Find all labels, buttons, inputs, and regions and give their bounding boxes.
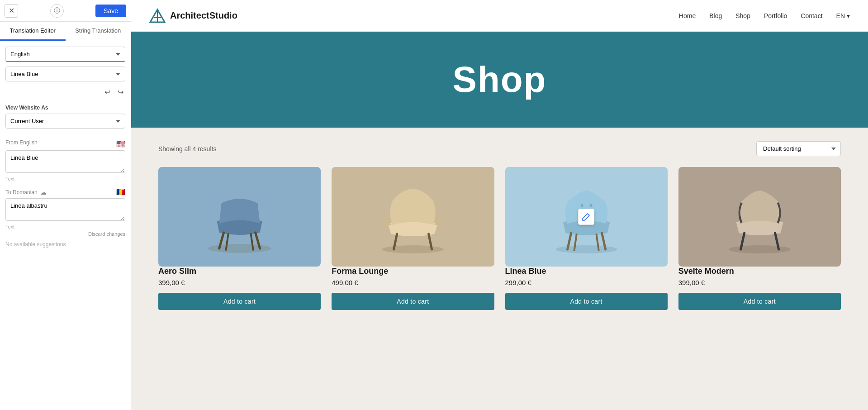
logo-icon	[149, 8, 166, 24]
nav-portfolio[interactable]: Portfolio	[764, 12, 787, 19]
sorting-select[interactable]: Default sorting Sort by price: low to hi…	[756, 141, 841, 156]
svg-point-3	[208, 244, 271, 253]
lang-label: EN	[836, 12, 845, 19]
product-name-linea-blue: Linea Blue	[505, 267, 546, 276]
save-button[interactable]: Save	[95, 5, 126, 17]
from-label: From English	[5, 139, 38, 146]
close-button[interactable]: ✕	[5, 4, 18, 18]
site-header: ArchitectStudio Home Blog Shop Portfolio…	[131, 0, 868, 32]
to-section: To Romanian ☁ 🇷🇴 Linea albastru Text Dis…	[5, 188, 125, 237]
product-name-wrapper-linea-blue: Linea Blue	[505, 267, 668, 279]
sidebar-content: English Romanian Linea Blue Default ↩ ↪ …	[0, 41, 131, 410]
from-textarea[interactable]: Linea Blue	[5, 150, 125, 173]
product-card-linea-blue: Linea Blue 299,00 € Add to cart	[505, 167, 668, 310]
svg-point-19	[729, 245, 790, 253]
add-to-cart-forma-lounge[interactable]: Add to cart	[332, 293, 494, 310]
view-website-section: View Website As Current User Guest	[5, 105, 125, 133]
product-card-aero-slim: Aero Slim 399,00 € Add to cart	[158, 167, 321, 310]
sidebar-tabs: Translation Editor String Translation	[0, 22, 131, 41]
from-section: From English 🇺🇸 Linea Blue Text	[5, 139, 125, 181]
product-price-aero-slim: 399,00 €	[158, 279, 321, 286]
product-name-aero-slim: Aero Slim	[158, 267, 321, 276]
product-price-forma-lounge: 499,00 €	[332, 279, 494, 286]
discard-row: Discard changes	[5, 231, 125, 237]
to-flag-icon: 🇷🇴	[116, 188, 125, 196]
discard-button[interactable]: Discard changes	[88, 231, 125, 237]
shop-hero: Shop	[131, 32, 868, 128]
shop-title: Shop	[140, 59, 859, 100]
nav-home[interactable]: Home	[679, 12, 696, 19]
svg-point-8	[382, 245, 444, 253]
chevron-down-icon: ▾	[847, 12, 850, 19]
product-name-svelte-modern: Svelte Modern	[678, 267, 841, 276]
add-to-cart-svelte-modern[interactable]: Add to cart	[678, 293, 841, 310]
svg-point-13	[589, 204, 592, 207]
info-button[interactable]: ⓘ	[50, 4, 64, 18]
product-price-svelte-modern: 399,00 €	[678, 279, 841, 286]
theme-select[interactable]: Linea Blue Default	[5, 67, 125, 81]
to-field-type: Text	[5, 224, 125, 229]
product-card-forma-lounge: Forma Lounge 499,00 € Add to cart	[332, 167, 494, 310]
from-field-type: Text	[5, 176, 125, 181]
main-content: ArchitectStudio Home Blog Shop Portfolio…	[131, 0, 868, 410]
view-website-label: View Website As	[5, 105, 125, 111]
shop-toolbar: Showing all 4 results Default sorting So…	[158, 141, 841, 156]
view-as-select[interactable]: Current User Guest	[5, 114, 125, 129]
nav-shop[interactable]: Shop	[735, 12, 750, 19]
product-name-forma-lounge: Forma Lounge	[332, 267, 494, 276]
edit-badge-icon[interactable]	[578, 209, 594, 225]
add-to-cart-linea-blue[interactable]: Add to cart	[505, 293, 668, 310]
to-textarea[interactable]: Linea albastru	[5, 198, 125, 221]
no-suggestions-label: No available suggestions	[5, 241, 125, 248]
site-logo: ArchitectStudio	[149, 8, 237, 24]
to-section-header: To Romanian ☁ 🇷🇴	[5, 188, 125, 196]
product-card-svelte-modern: Svelte Modern 399,00 € Add to cart	[678, 167, 841, 310]
to-label: To Romanian	[5, 189, 38, 195]
language-select[interactable]: English Romanian	[5, 47, 125, 62]
redo-button[interactable]: ↪	[116, 86, 125, 98]
nav-blog[interactable]: Blog	[709, 12, 722, 19]
undo-button[interactable]: ↩	[103, 86, 112, 98]
sidebar: ✕ ⓘ Save Translation Editor String Trans…	[0, 0, 131, 410]
from-flag-icon: 🇺🇸	[116, 140, 125, 148]
tab-translation-editor[interactable]: Translation Editor	[0, 22, 66, 41]
sidebar-top-bar: ✕ ⓘ Save	[0, 0, 131, 22]
add-to-cart-aero-slim[interactable]: Add to cart	[158, 293, 321, 310]
product-price-linea-blue: 299,00 €	[505, 279, 668, 286]
logo-text: ArchitectStudio	[170, 10, 237, 21]
tab-string-translation[interactable]: String Translation	[66, 22, 131, 41]
svg-point-11	[555, 245, 617, 253]
shop-content: Showing all 4 results Default sorting So…	[131, 128, 868, 410]
products-grid: Aero Slim 399,00 € Add to cart	[158, 167, 841, 310]
cloud-icon[interactable]: ☁	[40, 189, 47, 196]
svg-point-12	[580, 204, 583, 207]
results-text: Showing all 4 results	[158, 145, 216, 153]
nav-contact[interactable]: Contact	[801, 12, 822, 19]
language-switcher[interactable]: EN ▾	[836, 12, 850, 19]
site-nav: Home Blog Shop Portfolio Contact EN ▾	[679, 12, 850, 19]
undo-redo-controls: ↩ ↪	[5, 86, 125, 98]
